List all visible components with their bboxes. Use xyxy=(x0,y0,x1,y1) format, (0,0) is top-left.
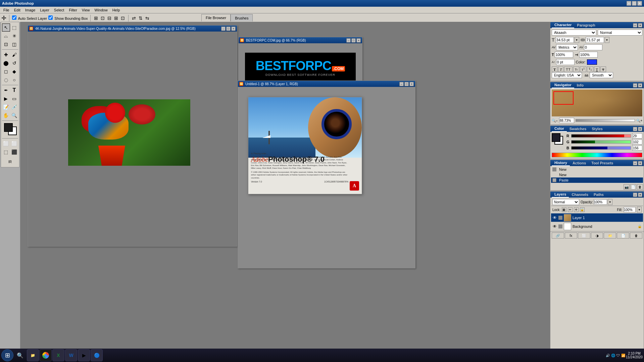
allcaps-btn[interactable]: TT xyxy=(564,66,572,72)
layer-effects-btn[interactable]: fx xyxy=(565,232,577,239)
layer-1-link[interactable] xyxy=(558,216,562,220)
lock-position-btn[interactable]: ✛ xyxy=(574,207,579,212)
red-slider[interactable] xyxy=(571,134,631,138)
menu-window[interactable]: Window xyxy=(93,7,110,13)
taskbar-word[interactable]: W xyxy=(65,349,77,361)
eraser-tool[interactable]: ◻ xyxy=(2,67,10,75)
tab-paths[interactable]: Paths xyxy=(591,192,606,198)
layer-mask-btn[interactable]: ⬜ xyxy=(578,232,590,239)
transform-icon5[interactable]: ⊡ xyxy=(120,15,126,21)
tab-brushes[interactable]: Brushes xyxy=(231,14,253,21)
leading-input[interactable] xyxy=(586,37,604,43)
notes-tool[interactable]: 📝 xyxy=(2,103,10,111)
history-brush-tool[interactable]: ↺ xyxy=(10,59,18,67)
metrics-select[interactable]: Metrics xyxy=(556,44,578,50)
brush-tool[interactable]: 🖌 xyxy=(10,51,18,59)
scale-h-input[interactable] xyxy=(555,52,573,58)
full-screen2-btn[interactable]: ⬛ xyxy=(10,148,18,156)
tab-actions[interactable]: Actions xyxy=(570,160,589,166)
doc-jungle-close[interactable]: × xyxy=(231,27,236,31)
layer-item-bg[interactable]: 👁 Background 🔒 xyxy=(551,222,643,231)
close-button[interactable]: × xyxy=(637,1,642,6)
lock-all-btn[interactable]: 🔒 xyxy=(580,207,585,212)
doc-bestforpc-minimize[interactable]: – xyxy=(346,38,351,43)
heal-tool[interactable]: ✚ xyxy=(2,51,10,59)
navigator-panel-minimize[interactable]: – xyxy=(633,83,637,88)
color-panel-minimize[interactable]: – xyxy=(633,127,637,131)
slice-tool[interactable]: ◫ xyxy=(10,40,18,48)
doc-untitled-minimize[interactable]: – xyxy=(399,82,404,86)
navigator-viewbox[interactable] xyxy=(553,91,574,105)
dodge-tool[interactable]: ○ xyxy=(10,76,18,84)
tab-navigator[interactable]: Navigator xyxy=(552,82,574,88)
move-tool[interactable]: ↖ xyxy=(2,23,10,32)
history-item-1[interactable]: New xyxy=(551,167,643,172)
bounding-box-checkbox[interactable] xyxy=(48,15,53,20)
tab-history[interactable]: History xyxy=(552,160,570,166)
foreground-color-box[interactable] xyxy=(552,133,560,142)
layers-panel-close[interactable]: × xyxy=(638,193,642,197)
char-color-picker[interactable] xyxy=(587,59,597,65)
font-family-select[interactable]: Akaash xyxy=(552,30,596,36)
layer-new-btn[interactable]: 📄 xyxy=(617,232,629,239)
imageready-btn[interactable]: IR xyxy=(2,158,18,166)
menu-view[interactable]: View xyxy=(80,7,92,13)
pen-tool[interactable]: ✒ xyxy=(2,86,10,94)
layers-opacity-input[interactable] xyxy=(594,199,607,205)
fill-input[interactable] xyxy=(624,207,636,212)
layer-1-visibility[interactable]: 👁 xyxy=(552,215,557,220)
taskbar-media[interactable]: ▶ xyxy=(78,349,90,361)
layer-bg-link[interactable] xyxy=(558,224,562,228)
layer-link-btn-bottom[interactable]: 🔗 xyxy=(552,232,564,239)
auto-select-checkbox[interactable] xyxy=(12,15,16,20)
history-new-snap-btn[interactable]: 📷 xyxy=(624,184,630,190)
leading-arrow[interactable]: ▼ xyxy=(605,37,609,43)
baseline-input[interactable] xyxy=(556,59,575,65)
transform-icon1[interactable]: ⊞ xyxy=(93,15,99,21)
super-btn[interactable]: T1 xyxy=(580,66,586,72)
history-panel-minimize[interactable]: – xyxy=(633,161,637,165)
doc-jungle-maximize[interactable]: □ xyxy=(226,27,231,31)
search-button[interactable]: 🔍 xyxy=(14,349,26,361)
history-item-2[interactable]: New xyxy=(551,172,643,177)
doc-untitled-restore[interactable]: □ xyxy=(404,82,409,86)
sub-btn[interactable]: T1 xyxy=(587,66,593,72)
path-select-tool[interactable]: ▶ xyxy=(2,95,10,103)
move-tool-icon[interactable]: ✛ xyxy=(1,14,6,22)
tab-info[interactable]: Info xyxy=(574,82,586,88)
taskbar-chrome[interactable] xyxy=(40,349,52,361)
align-icon3[interactable]: ⇆ xyxy=(145,15,150,21)
red-value-input[interactable] xyxy=(632,133,642,139)
antialiasing-select[interactable]: Smooth None Sharp Crisp Strong xyxy=(590,72,613,78)
menu-layer[interactable]: Layer xyxy=(38,7,51,13)
tracking-input[interactable] xyxy=(584,44,602,50)
align-icon1[interactable]: ⇄ xyxy=(131,15,137,21)
history-panel-close[interactable]: × xyxy=(638,161,642,165)
layer-bg-visibility[interactable]: 👁 xyxy=(552,224,557,229)
normal-mode-btn[interactable]: ⬜ xyxy=(2,140,10,148)
stamp-tool[interactable]: ⬤ xyxy=(2,59,10,67)
tab-character[interactable]: Character xyxy=(552,22,574,28)
navigator-panel-close[interactable]: × xyxy=(638,83,642,88)
lasso-tool[interactable]: ⌓ xyxy=(2,32,10,40)
marquee-tool[interactable]: ⬚ xyxy=(10,23,18,32)
magic-wand-tool[interactable]: ✳ xyxy=(10,32,18,40)
full-screen-btn[interactable]: ⬚ xyxy=(2,148,10,156)
tab-swatches[interactable]: Swatches xyxy=(567,126,589,132)
taskbar-app2[interactable]: 🔵 xyxy=(91,349,103,361)
taskbar-excel[interactable]: X xyxy=(52,349,64,361)
navigator-zoom-input[interactable]: 88.73% xyxy=(559,118,574,123)
layer-delete-btn[interactable]: 🗑 xyxy=(630,232,642,239)
tab-tool-presets[interactable]: Tool Presets xyxy=(589,160,616,166)
history-delete-btn[interactable]: 🗑 xyxy=(637,184,643,190)
opacity-arrow[interactable]: ▼ xyxy=(608,199,612,205)
transform-icon2[interactable]: ⊡ xyxy=(100,15,105,21)
history-new-doc-btn[interactable]: 📄 xyxy=(630,184,636,190)
blue-slider[interactable] xyxy=(571,146,631,150)
zoom-tool[interactable]: 🔍 xyxy=(10,111,18,119)
menu-file[interactable]: File xyxy=(1,7,11,13)
taskbar-files[interactable]: 📁 xyxy=(27,349,39,361)
doc-jungle-minimize[interactable]: – xyxy=(221,27,226,31)
layer-item-1[interactable]: 👁 Layer 1 xyxy=(551,213,643,222)
zoom-out-icon[interactable]: 🔍– xyxy=(552,119,558,122)
